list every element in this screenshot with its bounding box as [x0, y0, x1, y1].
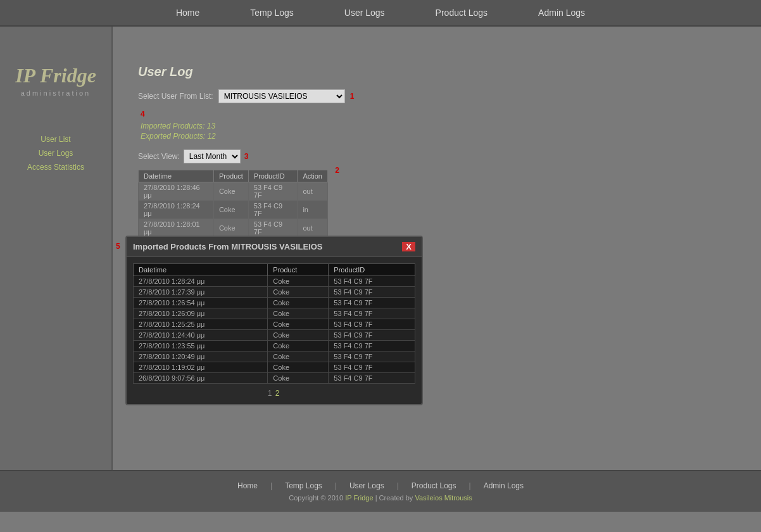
cell-product: Coke — [213, 201, 248, 219]
user-select-label: Select User From List: — [138, 92, 213, 101]
popup-cell-datetime: 27/8/2010 1:26:54 μμ — [134, 298, 268, 308]
table-row: 27/8/2010 1:25:25 μμ Coke 53 F4 C9 7F — [134, 319, 415, 330]
logo: IP Fridge — [15, 65, 96, 87]
popup-cell-product: Coke — [268, 319, 329, 330]
nav-home[interactable]: Home — [176, 8, 199, 18]
popup-cell-product: Coke — [268, 341, 329, 352]
cell-datetime: 27/8/2010 1:28:46 μμ — [139, 182, 214, 201]
footer-admin-logs[interactable]: Admin Logs — [484, 481, 524, 490]
cell-datetime: 27/8/2010 1:28:24 μμ — [139, 201, 214, 219]
popup-col-product: Product — [268, 264, 329, 276]
table-row: 27/8/2010 1:27:39 μμ Coke 53 F4 C9 7F — [134, 287, 415, 298]
col-productid: ProductID — [248, 170, 298, 182]
footer-user-logs[interactable]: User Logs — [349, 481, 384, 490]
popup-cell-productid: 53 F4 C9 7F — [329, 298, 415, 308]
popup-cell-productid: 53 F4 C9 7F — [329, 287, 415, 298]
popup-cell-productid: 53 F4 C9 7F — [329, 276, 415, 287]
admin-subtitle: administration — [21, 89, 91, 97]
footer-home[interactable]: Home — [237, 481, 258, 490]
footer-product-logs[interactable]: Product Logs — [412, 481, 456, 490]
popup-cell-datetime: 27/8/2010 1:27:39 μμ — [134, 287, 268, 298]
cell-product: Coke — [213, 219, 248, 238]
view-select-label: Select View: — [138, 152, 180, 161]
cell-productid: 53 F4 C9 7F — [248, 201, 298, 219]
footer: Home | Temp Logs | User Logs | Product L… — [0, 470, 761, 512]
popup-cell-product: Coke — [268, 330, 329, 341]
sidebar-item-user-logs[interactable]: User Logs — [39, 149, 73, 158]
view-select[interactable]: Last MonthLast WeekAll — [184, 149, 241, 163]
cell-action: in — [298, 201, 328, 219]
annotation-4: 4 — [141, 110, 145, 118]
sidebar-item-access-statistics[interactable]: Access Statistics — [27, 163, 84, 172]
table-row: 27/8/2010 1:26:54 μμ Coke 53 F4 C9 7F — [134, 298, 415, 308]
modal-close-button[interactable]: X — [402, 242, 415, 251]
annotation-3: 3 — [244, 152, 249, 161]
cell-productid: 53 F4 C9 7F — [248, 182, 298, 201]
nav-product-logs[interactable]: Product Logs — [436, 8, 488, 18]
table-row: 27/8/2010 1:26:09 μμ Coke 53 F4 C9 7F — [134, 308, 415, 319]
footer-copyright: Copyright © 2010 IP Fridge | Created by … — [10, 494, 751, 502]
popup-cell-datetime: 27/8/2010 1:24:40 μμ — [134, 330, 268, 341]
popup-cell-productid: 53 F4 C9 7F — [329, 373, 415, 384]
modal-title: Imported Products From MITROUSIS VASILEI… — [133, 242, 323, 251]
user-select-row: Select User From List: MITROUSIS VASILEI… — [138, 89, 736, 103]
table-row: 27/8/2010 1:24:40 μμ Coke 53 F4 C9 7F — [134, 330, 415, 341]
nav-temp-logs[interactable]: Temp Logs — [250, 8, 293, 18]
popup-cell-productid: 53 F4 C9 7F — [329, 308, 415, 319]
cell-action: out — [298, 219, 328, 238]
popup-cell-datetime: 27/8/2010 1:26:09 μμ — [134, 308, 268, 319]
user-select[interactable]: MITROUSIS VASILEIOS — [218, 89, 345, 103]
popup-cell-productid: 53 F4 C9 7F — [329, 362, 415, 373]
popup-table: Datetime Product ProductID 27/8/2010 1:2… — [133, 263, 415, 384]
popup-cell-datetime: 27/8/2010 1:19:02 μμ — [134, 362, 268, 373]
table-row: 27/8/2010 1:28:24 μμ Coke 53 F4 C9 7F — [134, 276, 415, 287]
popup-cell-datetime: 27/8/2010 1:25:25 μμ — [134, 319, 268, 330]
popup-cell-datetime: 27/8/2010 1:20:49 μμ — [134, 352, 268, 362]
imported-products-modal: Imported Products From MITROUSIS VASILEI… — [125, 236, 423, 405]
cell-product: Coke — [213, 182, 248, 201]
annotation-2: 2 — [335, 166, 339, 175]
page-title: User Log — [138, 65, 736, 79]
cell-action: out — [298, 182, 328, 201]
popup-cell-productid: 53 F4 C9 7F — [329, 330, 415, 341]
popup-cell-product: Coke — [268, 298, 329, 308]
top-navigation: Home Temp Logs User Logs Product Logs Ad… — [0, 0, 761, 27]
popup-cell-datetime: 27/8/2010 1:28:24 μμ — [134, 276, 268, 287]
sidebar-links: User List User Logs Access Statistics — [27, 135, 84, 172]
table-row: 26/8/2010 9:07:56 μμ Coke 53 F4 C9 7F — [134, 373, 415, 384]
view-select-row: Select View: Last MonthLast WeekAll 3 — [138, 149, 736, 163]
popup-col-datetime: Datetime — [134, 264, 268, 276]
footer-brand-link[interactable]: IP Fridge — [345, 494, 373, 502]
popup-cell-productid: 53 F4 C9 7F — [329, 319, 415, 330]
cell-productid: 53 F4 C9 7F — [248, 219, 298, 238]
sidebar-item-user-list[interactable]: User List — [41, 135, 70, 144]
popup-cell-product: Coke — [268, 373, 329, 384]
popup-page-2-link[interactable]: 2 — [275, 389, 280, 398]
nav-user-logs[interactable]: User Logs — [344, 8, 385, 18]
imported-products-link[interactable]: Imported Products: 13 — [141, 122, 736, 130]
table-row: 27/8/2010 1:20:49 μμ Coke 53 F4 C9 7F — [134, 352, 415, 362]
popup-cell-datetime: 26/8/2010 9:07:56 μμ — [134, 373, 268, 384]
sidebar: IP Fridge administration User List User … — [0, 27, 113, 470]
annotation-5: 5 — [116, 242, 120, 251]
table-row: 27/8/2010 1:19:02 μμ Coke 53 F4 C9 7F — [134, 362, 415, 373]
popup-page-1: 1 — [268, 389, 272, 398]
footer-navigation: Home | Temp Logs | User Logs | Product L… — [10, 481, 751, 490]
nav-admin-logs[interactable]: Admin Logs — [538, 8, 585, 18]
annotation-1: 1 — [350, 92, 355, 101]
table-row: 27/8/2010 1:28:01 μμ Coke 53 F4 C9 7F ou… — [139, 219, 328, 238]
cell-datetime: 27/8/2010 1:28:01 μμ — [139, 219, 214, 238]
exported-products-link[interactable]: Exported Products: 12 — [141, 132, 736, 141]
modal-content: Datetime Product ProductID 27/8/2010 1:2… — [127, 257, 422, 404]
product-links-section: 4 Imported Products: 13 Exported Product… — [141, 110, 736, 141]
col-product: Product — [213, 170, 248, 182]
footer-temp-logs[interactable]: Temp Logs — [285, 481, 322, 490]
col-datetime: Datetime — [139, 170, 214, 182]
modal-header: Imported Products From MITROUSIS VASILEI… — [127, 237, 422, 257]
popup-cell-datetime: 27/8/2010 1:23:55 μμ — [134, 341, 268, 352]
popup-cell-product: Coke — [268, 362, 329, 373]
table-row: 27/8/2010 1:28:24 μμ Coke 53 F4 C9 7F in — [139, 201, 328, 219]
footer-creator-link[interactable]: Vasileios Mitrousis — [415, 494, 472, 502]
main-content: User Log Select User From List: MITROUSI… — [113, 27, 761, 470]
table-row: 27/8/2010 1:23:55 μμ Coke 53 F4 C9 7F — [134, 341, 415, 352]
